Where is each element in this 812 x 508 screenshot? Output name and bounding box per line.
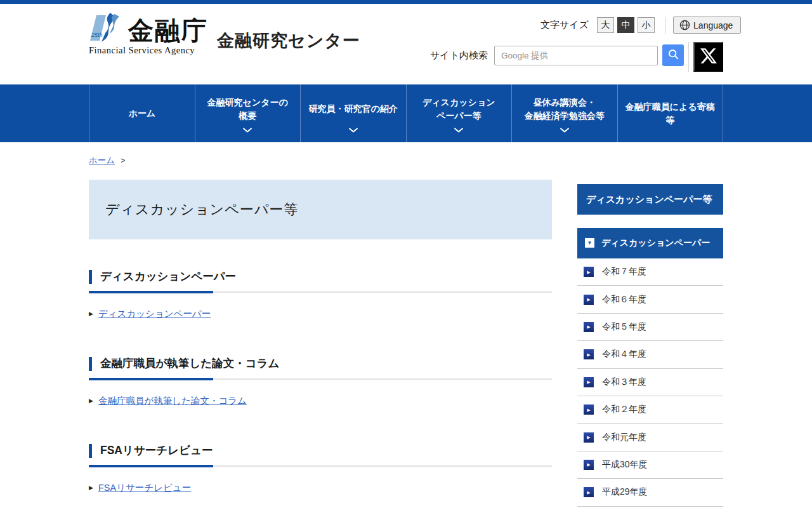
nav-item-label: 等 bbox=[625, 114, 715, 127]
sidebar-item-label: 令和３年度 bbox=[602, 377, 646, 388]
site-name: 金融研究センター bbox=[217, 29, 360, 52]
font-size-label: 文字サイズ bbox=[540, 19, 589, 31]
nav-item-label: 研究員・研究官の紹介 bbox=[309, 104, 398, 114]
search-input[interactable] bbox=[494, 46, 658, 65]
main-navigation: ホーム 金融研究センターの 概要 研究員・研究官の紹介 ディスカッショ bbox=[0, 84, 812, 142]
arrow-right-icon: ▶ bbox=[584, 349, 594, 359]
nav-item-label: 昼休み講演会・ bbox=[525, 96, 605, 109]
chevron-down-icon bbox=[454, 123, 464, 137]
arrow-right-icon: ▶ bbox=[584, 432, 594, 443]
section-discussion-paper: ディスカッションペーパー ▶ ディスカッションペーパー bbox=[89, 270, 552, 320]
chevron-down-icon bbox=[243, 123, 252, 137]
sidebar-item-label: 令和５年度 bbox=[602, 321, 646, 333]
sidebar-header[interactable]: ディスカッションペーパー等 bbox=[577, 184, 723, 215]
sidebar-category-label: ディスカッションペーパー bbox=[601, 237, 710, 249]
sidebar-item-label: 平成29年度 bbox=[602, 486, 648, 498]
font-size-medium-button[interactable]: 中 bbox=[617, 17, 634, 33]
language-button-label: Language bbox=[693, 20, 733, 30]
list-item: ▶ 金融庁職員が執筆した論文・コラム bbox=[89, 395, 552, 407]
font-size-large-button[interactable]: 大 bbox=[597, 17, 614, 33]
nav-item-staff-contributions[interactable]: 金融庁職員による寄稿 等 bbox=[617, 84, 724, 142]
x-logo-icon bbox=[700, 48, 717, 66]
arrow-right-icon: ▶ bbox=[89, 398, 93, 404]
fsa-research-review-link[interactable]: FSAリサーチレビュー bbox=[98, 482, 191, 494]
section-divider bbox=[89, 465, 552, 467]
arrow-right-icon: ▶ bbox=[584, 487, 594, 497]
header-divider bbox=[688, 42, 689, 72]
nav-item-label: 金融庁職員による寄稿 bbox=[625, 100, 715, 114]
nav-item-home[interactable]: ホーム bbox=[89, 84, 195, 142]
sidebar-item-label: 令和４年度 bbox=[602, 349, 646, 360]
arrow-right-icon: ▶ bbox=[89, 485, 93, 491]
staff-papers-link[interactable]: 金融庁職員が執筆した論文・コラム bbox=[98, 395, 247, 407]
list-item: ▶ FSAリサーチレビュー bbox=[89, 482, 552, 494]
nav-item-lunch-seminars[interactable]: 昼休み講演会・ 金融経済学勉強会等 bbox=[511, 84, 617, 142]
section-heading: ディスカッションペーパー bbox=[89, 270, 552, 284]
arrow-right-icon: ▶ bbox=[584, 267, 594, 277]
header-divider bbox=[665, 17, 665, 34]
breadcrumb-home-link[interactable]: ホーム bbox=[89, 155, 115, 166]
sidebar-category-discussion-paper[interactable]: ▼ ディスカッションペーパー bbox=[577, 228, 723, 258]
font-size-small-button[interactable]: 小 bbox=[638, 17, 655, 33]
sidebar-item-label: 令和６年度 bbox=[602, 294, 646, 305]
page-title-banner: ディスカッションペーパー等 bbox=[89, 180, 552, 239]
breadcrumb-separator: > bbox=[121, 156, 125, 165]
sidebar: ディスカッションペーパー等 ▼ ディスカッションペーパー ▶ 令和７年度 ▶ 令… bbox=[577, 184, 723, 507]
site-logo[interactable]: 25th 金融庁 Financial Services Agency 金融研究セ… bbox=[89, 13, 360, 56]
arrow-right-icon: ▶ bbox=[584, 377, 594, 387]
globe-icon bbox=[679, 20, 690, 30]
sidebar-item-reiwa1[interactable]: ▶ 令和元年度 bbox=[577, 424, 723, 451]
arrow-right-icon: ▶ bbox=[89, 311, 93, 317]
arrow-right-icon: ▶ bbox=[584, 404, 594, 415]
fsa-logo-block: 25th 金融庁 Financial Services Agency bbox=[89, 13, 208, 56]
x-social-button[interactable] bbox=[693, 42, 723, 72]
nav-item-label: ディスカッション bbox=[422, 96, 495, 109]
main-content: ディスカッションペーパー ▶ ディスカッションペーパー 金融庁職員が執筆した論文… bbox=[89, 239, 552, 494]
sidebar-item-reiwa5[interactable]: ▶ 令和５年度 bbox=[577, 314, 723, 341]
nav-item-researchers[interactable]: 研究員・研究官の紹介 bbox=[300, 84, 406, 142]
section-heading: 金融庁職員が執筆した論文・コラム bbox=[89, 357, 552, 371]
search-icon bbox=[667, 48, 679, 62]
list-item: ▶ ディスカッションペーパー bbox=[89, 308, 552, 320]
language-button[interactable]: Language bbox=[673, 17, 741, 34]
section-divider bbox=[89, 291, 552, 293]
sidebar-item-reiwa6[interactable]: ▶ 令和６年度 bbox=[577, 286, 723, 313]
arrow-right-icon: ▶ bbox=[584, 460, 594, 470]
sidebar-item-label: 令和２年度 bbox=[602, 404, 646, 415]
arrow-right-icon: ▶ bbox=[584, 322, 594, 332]
sidebar-item-label: 令和元年度 bbox=[602, 432, 646, 443]
nav-item-label: 金融研究センターの bbox=[207, 96, 288, 109]
sidebar-year-list: ▶ 令和７年度 ▶ 令和６年度 ▶ 令和５年度 ▶ 令和４年度 ▶ 令和３年度 … bbox=[577, 258, 723, 507]
sidebar-item-heisei29[interactable]: ▶ 平成29年度 bbox=[577, 479, 723, 506]
nav-item-center-overview[interactable]: 金融研究センターの 概要 bbox=[195, 84, 301, 142]
section-heading: FSAリサーチレビュー bbox=[89, 444, 552, 458]
section-staff-papers: 金融庁職員が執筆した論文・コラム ▶ 金融庁職員が執筆した論文・コラム bbox=[89, 357, 552, 407]
sidebar-item-heisei30[interactable]: ▶ 平成30年度 bbox=[577, 451, 723, 479]
sidebar-item-reiwa2[interactable]: ▶ 令和２年度 bbox=[577, 396, 723, 424]
site-search: サイト内検索 bbox=[430, 44, 684, 66]
site-search-label: サイト内検索 bbox=[430, 50, 488, 62]
chevron-down-icon bbox=[348, 123, 358, 137]
sidebar-item-reiwa3[interactable]: ▶ 令和３年度 bbox=[577, 369, 723, 396]
sidebar-item-reiwa7[interactable]: ▶ 令和７年度 bbox=[577, 258, 723, 286]
nav-item-label: 金融経済学勉強会等 bbox=[525, 109, 605, 123]
search-button[interactable] bbox=[662, 44, 684, 66]
chevron-down-icon bbox=[560, 123, 569, 137]
discussion-paper-link[interactable]: ディスカッションペーパー bbox=[98, 308, 211, 320]
section-fsa-research-review: FSAリサーチレビュー ▶ FSAリサーチレビュー bbox=[89, 444, 552, 494]
sidebar-item-label: 平成30年度 bbox=[602, 459, 648, 471]
breadcrumb: ホーム > bbox=[89, 155, 125, 166]
nav-item-label: 概要 bbox=[207, 109, 288, 123]
sidebar-item-reiwa4[interactable]: ▶ 令和４年度 bbox=[577, 341, 723, 368]
sidebar-item-label: 令和７年度 bbox=[602, 266, 646, 277]
dropdown-open-icon: ▼ bbox=[585, 238, 594, 248]
page: 25th 金融庁 Financial Services Agency 金融研究セ… bbox=[0, 0, 812, 508]
site-header: 25th 金融庁 Financial Services Agency 金融研究セ… bbox=[0, 4, 812, 84]
nav-item-label: ホーム bbox=[128, 108, 155, 118]
section-divider bbox=[89, 378, 552, 380]
arrow-right-icon: ▶ bbox=[584, 295, 594, 305]
nav-item-label: ペーパー等 bbox=[422, 109, 495, 123]
font-size-control: 文字サイズ 大 中 小 Language bbox=[540, 17, 741, 34]
nav-item-discussion-papers[interactable]: ディスカッション ペーパー等 bbox=[406, 84, 512, 142]
agency-name-en: Financial Services Agency bbox=[89, 45, 208, 56]
